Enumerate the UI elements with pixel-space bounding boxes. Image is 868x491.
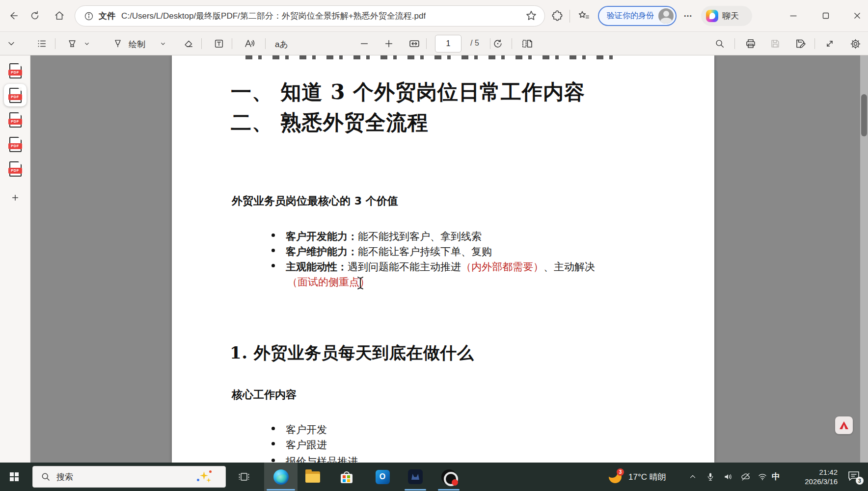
- copilot-icon: [706, 10, 718, 22]
- app-logo-icon: [408, 469, 423, 484]
- profile-avatar: [658, 8, 674, 24]
- dark-app-icon[interactable]: [407, 469, 423, 485]
- save-as-icon[interactable]: [794, 37, 808, 51]
- pdf-tab-1[interactable]: PDF: [4, 59, 27, 82]
- windows-logo-icon: [10, 472, 19, 481]
- notification-center-icon[interactable]: 3: [847, 470, 862, 484]
- network-wifi-icon[interactable]: [756, 470, 769, 483]
- titlebar-divider: [570, 10, 570, 23]
- pdf-tab-2-active[interactable]: PDF: [4, 84, 27, 106]
- bullet-dot: [271, 427, 275, 430]
- bullet-3-tail: 、主动解决: [543, 261, 595, 273]
- obs-icon[interactable]: [441, 469, 457, 485]
- fit-to-width-icon[interactable]: [407, 37, 421, 51]
- draw-dropdown-chevron-icon[interactable]: [156, 37, 170, 51]
- bullet-1-label: 客户开发能力：: [286, 231, 358, 242]
- zoom-in-icon[interactable]: [382, 37, 396, 51]
- outlook-icon[interactable]: O: [375, 469, 390, 485]
- table-of-contents-icon[interactable]: [35, 37, 49, 51]
- bullet-3-text: 遇到问题能不能主动推进: [348, 261, 461, 273]
- acrobat-icon: [840, 421, 848, 429]
- toolbar-divider: [426, 38, 427, 49]
- pdf-viewer-area[interactable]: 一、 知道 3 个外贸岗位日常工作内容 二、 熟悉外贸全流程 外贸业务员岗位最核…: [30, 55, 868, 463]
- collapse-tabs-chevron-icon[interactable]: [4, 37, 18, 51]
- toolbar-divider: [814, 38, 815, 49]
- search-placeholder: 搜索: [56, 471, 73, 483]
- file-scheme-label: 文件: [99, 10, 115, 22]
- value-bullet-2: 客户维护能力：能不能让客户持续下单、复购: [271, 245, 492, 258]
- app-running-underline: [405, 489, 426, 491]
- read-aloud-icon[interactable]: [243, 37, 256, 51]
- favorite-star-icon[interactable]: [525, 9, 538, 24]
- refresh-icon[interactable]: [27, 8, 42, 23]
- add-text-icon[interactable]: [212, 37, 226, 51]
- work-bullet-3-text: 报价与样品推进: [286, 456, 358, 463]
- copilot-sparkle-icon: [198, 470, 213, 485]
- weather-text[interactable]: 17°C 晴朗: [628, 471, 666, 483]
- favorites-bar-icon[interactable]: [576, 8, 591, 23]
- text-cursor-ibeam: [356, 276, 364, 290]
- extensions-icon[interactable]: [550, 8, 565, 23]
- verify-identity-button[interactable]: 验证你的身份: [598, 6, 677, 26]
- pdf-file-icon: PDF: [9, 88, 22, 103]
- fullscreen-icon[interactable]: [823, 37, 837, 51]
- page-view-icon[interactable]: [520, 37, 534, 51]
- rotate-icon[interactable]: [491, 37, 505, 51]
- highlighter-icon[interactable]: [65, 37, 79, 51]
- task-view-icon[interactable]: [236, 469, 252, 485]
- acrobat-float-button[interactable]: [835, 416, 853, 434]
- edge-taskbar-icon[interactable]: [273, 469, 289, 485]
- value-bullet-1: 客户开发能力：能不能找到客户、拿到线索: [271, 230, 482, 243]
- new-tab-plus-icon[interactable]: [4, 188, 27, 207]
- work-bullet-1-text: 客户开发: [286, 424, 327, 436]
- zoom-out-icon[interactable]: [357, 37, 371, 51]
- pdf-file-icon: PDF: [9, 161, 22, 177]
- browser-titlebar: 文件 C:/Users/L/Desktop/最终版PDF/第二部分：外贸岗位全景…: [0, 0, 868, 32]
- close-button[interactable]: [847, 6, 867, 25]
- taskbar-search-box[interactable]: 搜索: [32, 466, 226, 488]
- microsoft-store-icon[interactable]: [339, 469, 354, 485]
- microphone-icon[interactable]: [704, 470, 717, 483]
- date-text: 2026/3/16: [786, 477, 838, 486]
- draw-label[interactable]: 绘制: [129, 39, 145, 50]
- minimize-button[interactable]: [784, 6, 803, 25]
- highlighter-dropdown-chevron-icon[interactable]: [80, 37, 94, 51]
- bullet-dot: [271, 264, 275, 267]
- edge-running-underline: [267, 489, 295, 491]
- eraser-icon[interactable]: [182, 37, 195, 51]
- start-button[interactable]: [7, 469, 22, 484]
- page-number-input[interactable]: [435, 35, 461, 52]
- pdf-tab-5[interactable]: PDF: [4, 157, 27, 180]
- save-icon: [768, 37, 782, 51]
- clock[interactable]: 21:42 2026/3/16: [786, 467, 838, 486]
- draw-pen-icon[interactable]: [111, 37, 125, 51]
- ime-indicator[interactable]: 中: [772, 471, 780, 482]
- tray-chevron-up-icon[interactable]: [686, 470, 699, 483]
- back-icon[interactable]: [6, 8, 21, 23]
- pdf-tab-4[interactable]: PDF: [4, 133, 27, 155]
- folder-icon: [305, 471, 320, 483]
- search-document-icon[interactable]: [713, 37, 727, 51]
- scrollbar-thumb[interactable]: [861, 94, 867, 136]
- file-explorer-icon[interactable]: [305, 469, 321, 485]
- address-bar[interactable]: 文件 C:/Users/L/Desktop/最终版PDF/第二部分：外贸岗位全景…: [75, 5, 545, 26]
- onedrive-paused-cloud-icon[interactable]: [739, 470, 752, 483]
- translate-button[interactable]: aあ: [275, 39, 288, 50]
- obs-running-underline: [438, 489, 460, 491]
- notification-badge: 3: [856, 477, 864, 485]
- copilot-chat-button[interactable]: 聊天: [701, 6, 752, 26]
- more-menu-button[interactable]: …: [683, 9, 693, 19]
- settings-gear-icon[interactable]: [848, 37, 862, 51]
- print-icon[interactable]: [744, 37, 758, 51]
- speaker-icon[interactable]: [722, 470, 734, 483]
- weather-icon[interactable]: 3: [609, 469, 623, 483]
- pdf-tab-3[interactable]: PDF: [4, 108, 27, 131]
- windows-taskbar: 搜索 O: [0, 463, 868, 491]
- toolbar-divider: [512, 38, 512, 49]
- scrollbar-track[interactable]: [860, 55, 868, 463]
- pdf-toolbar: 绘制 aあ / 5: [0, 32, 868, 55]
- pdf-page: 一、 知道 3 个外贸岗位日常工作内容 二、 熟悉外贸全流程 外贸业务员岗位最核…: [172, 55, 714, 463]
- home-icon[interactable]: [52, 8, 67, 23]
- maximize-button[interactable]: [816, 6, 836, 25]
- weather-badge: 3: [617, 468, 624, 476]
